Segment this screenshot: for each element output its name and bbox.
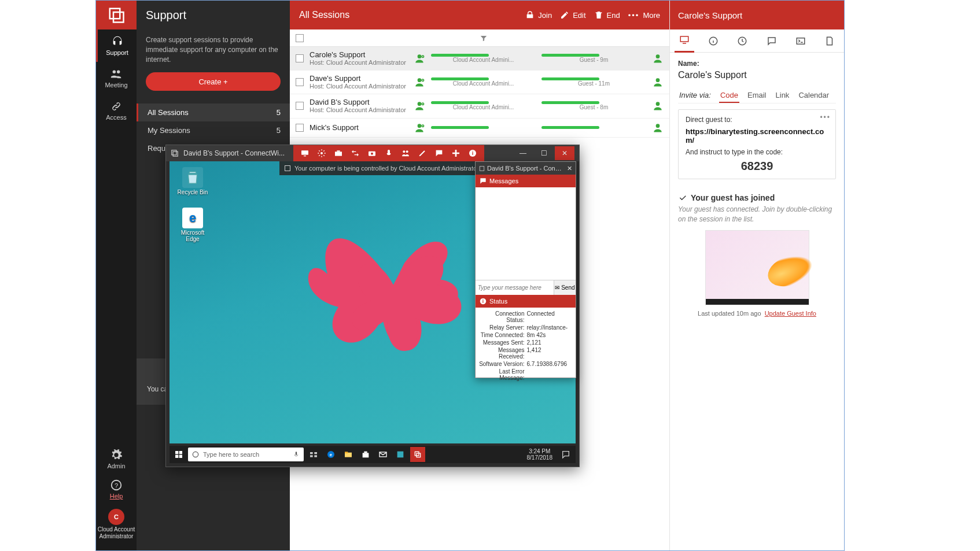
- right-panel: Carole's Support Name: Carole's Support …: [669, 1, 844, 550]
- tool-chat[interactable]: [431, 145, 447, 161]
- update-guest-link[interactable]: Update Guest Info: [765, 310, 816, 317]
- tool-display[interactable]: [297, 145, 313, 161]
- tool-health[interactable]: [448, 145, 464, 161]
- tab-general[interactable]: [675, 29, 694, 53]
- chat-icon: [767, 36, 777, 46]
- sw-messages-header: Messages: [476, 175, 576, 187]
- nav-meeting[interactable]: Meeting: [96, 62, 137, 94]
- tool-settings[interactable]: [314, 145, 330, 161]
- more-button[interactable]: •••More: [628, 11, 660, 20]
- nav-access[interactable]: Access: [96, 94, 137, 127]
- tool-annotate[interactable]: [414, 145, 430, 161]
- tb-app[interactable]: [393, 447, 408, 462]
- row-checkbox[interactable]: [296, 124, 304, 132]
- task-view[interactable]: [306, 447, 321, 462]
- edit-button[interactable]: Edit: [560, 10, 585, 20]
- taskbar-clock[interactable]: 3:24 PM8/17/2018: [524, 448, 557, 461]
- tab-info[interactable]: [703, 29, 723, 53]
- tool-transfer[interactable]: [347, 145, 363, 161]
- invite-more[interactable]: •••: [820, 113, 831, 121]
- svg-rect-20: [172, 150, 176, 155]
- minimize-button[interactable]: —: [513, 146, 533, 160]
- desktop-edge[interactable]: e Microsoft Edge: [175, 208, 210, 242]
- nav-user[interactable]: C Cloud AccountAdministrator: [96, 505, 137, 543]
- svg-point-4: [418, 54, 422, 58]
- tab-commands[interactable]: [791, 29, 810, 53]
- svg-point-15: [656, 124, 660, 128]
- row-checkbox[interactable]: [296, 102, 304, 110]
- tool-toolbox[interactable]: [330, 145, 347, 161]
- session-row[interactable]: Carole's SupportHost: Cloud Account Admi…: [290, 47, 669, 71]
- session-row[interactable]: Dave's SupportHost: Cloud Account Admini…: [290, 71, 669, 94]
- tb-mail[interactable]: [375, 447, 390, 462]
- message-area: [476, 187, 576, 280]
- svg-point-10: [418, 102, 422, 106]
- tab-timeline[interactable]: [732, 29, 752, 53]
- svg-point-6: [656, 54, 660, 58]
- guest-thumbnail[interactable]: [705, 230, 809, 305]
- window-icon: [284, 165, 291, 172]
- app-logo[interactable]: [96, 1, 137, 29]
- monitor-icon: [679, 35, 690, 45]
- send-button[interactable]: ✉ Send: [554, 280, 576, 295]
- join-button[interactable]: Join: [525, 10, 552, 20]
- guest-join-desc: Your guest has connected. Join by double…: [678, 205, 836, 224]
- close-button[interactable]: ✕: [555, 146, 574, 160]
- tool-sound[interactable]: [381, 145, 397, 161]
- tool-capture[interactable]: [364, 145, 380, 161]
- tool-info[interactable]: i: [465, 145, 481, 161]
- side-item-all[interactable]: All Sessions5: [137, 103, 290, 121]
- filter-icon[interactable]: [480, 34, 488, 42]
- svg-rect-51: [397, 452, 404, 458]
- tb-connect[interactable]: [410, 447, 425, 462]
- clock-icon: [737, 36, 747, 46]
- invite-tab-calendar[interactable]: Calendar: [797, 88, 830, 103]
- tb-notifications[interactable]: [558, 447, 573, 462]
- tab-notes[interactable]: [820, 29, 839, 53]
- tool-manage[interactable]: [397, 145, 414, 161]
- right-title: Carole's Support: [670, 1, 844, 29]
- chat-status-window: David B's Support - Connect... ✕ Message…: [475, 161, 576, 378]
- svg-text:i: i: [482, 299, 484, 304]
- gear-icon: [110, 449, 123, 461]
- row-checkbox[interactable]: [296, 54, 304, 62]
- row-checkbox[interactable]: [296, 78, 304, 86]
- sw-titlebar[interactable]: David B's Support - Connect... ✕: [476, 162, 576, 175]
- create-button[interactable]: Create +: [146, 72, 281, 91]
- session-title: Dave's Support: [310, 74, 408, 83]
- svg-text:e: e: [330, 452, 333, 457]
- svg-text:i: i: [472, 150, 474, 156]
- taskbar-search[interactable]: Type here to search: [188, 448, 304, 461]
- desktop-recycle[interactable]: Recycle Bin: [175, 167, 210, 195]
- svg-rect-34: [175, 451, 178, 454]
- status-list: Connection Status:ConnectedRelay Server:…: [476, 308, 576, 384]
- nav-admin[interactable]: Admin: [96, 445, 137, 473]
- start-button[interactable]: [172, 448, 186, 461]
- last-updated: Last updated 10m ago: [698, 310, 761, 317]
- session-row[interactable]: David B's SupportHost: Cloud Account Adm…: [290, 94, 669, 118]
- tb-explorer[interactable]: [341, 447, 356, 462]
- nav-support[interactable]: Support: [96, 29, 137, 62]
- tab-messages[interactable]: [762, 29, 782, 53]
- invite-tab-email[interactable]: Email: [746, 88, 768, 103]
- nav-help[interactable]: ? Help: [96, 475, 137, 503]
- side-item-my[interactable]: My Sessions5: [137, 121, 290, 139]
- invite-code-box: ••• Direct guest to: https://binarytesti…: [678, 109, 836, 179]
- sw-close[interactable]: ✕: [567, 165, 572, 172]
- tb-store[interactable]: [358, 447, 373, 462]
- invite-tab-link[interactable]: Link: [775, 88, 791, 103]
- host-icon: [414, 122, 425, 134]
- session-host: Host: Cloud Account Administrator: [310, 106, 408, 114]
- tb-edge[interactable]: e: [323, 447, 338, 462]
- end-button[interactable]: End: [594, 10, 620, 20]
- message-input[interactable]: [476, 280, 554, 295]
- filter-row: [290, 29, 669, 47]
- guest-join-title: Your guest has joined: [691, 193, 775, 202]
- invite-tab-code[interactable]: Code: [719, 88, 739, 103]
- select-all-checkbox[interactable]: [296, 34, 304, 42]
- maximize-button[interactable]: ☐: [534, 146, 554, 160]
- svg-point-13: [418, 124, 422, 128]
- svg-rect-48: [363, 453, 369, 457]
- session-row[interactable]: Mick's Support: [290, 119, 669, 138]
- link-icon: [110, 100, 123, 113]
